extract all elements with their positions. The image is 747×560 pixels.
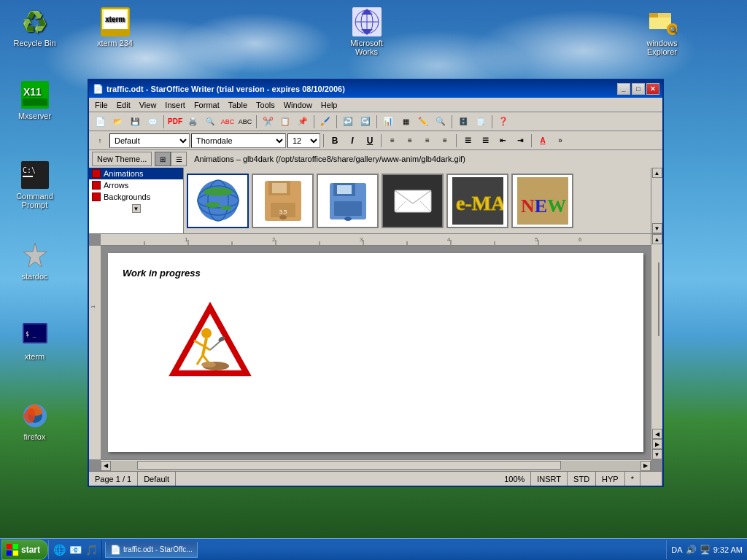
gallery-scroll-down[interactable]: ▼ bbox=[652, 223, 662, 233]
desktop-icon-xterm234[interactable]: xterm xterm 234 bbox=[88, 7, 142, 47]
ql-email-icon[interactable]: 📧 bbox=[68, 542, 82, 557]
style-selector[interactable]: Default bbox=[109, 133, 190, 148]
tb-save[interactable]: 💾 bbox=[127, 114, 143, 129]
desktop-icon-stardoc[interactable]: stardoc bbox=[7, 241, 62, 281]
svg-rect-75 bbox=[89, 246, 101, 459]
gallery-sidebar[interactable]: Animations Arrows Backgrounds ▼ bbox=[89, 168, 184, 233]
scroll-left-button[interactable]: ◀ bbox=[101, 461, 111, 471]
gallery-cat-arrows[interactable]: Arrows bbox=[89, 179, 183, 191]
tb-open[interactable]: 📂 bbox=[109, 114, 125, 129]
gallery-item-floppy2[interactable] bbox=[317, 174, 379, 228]
scroll-h-track[interactable] bbox=[111, 461, 640, 471]
gallery-cat-backgrounds[interactable]: Backgrounds bbox=[89, 191, 183, 203]
gallery-item-floppy1[interactable]: 3.5 bbox=[252, 174, 314, 228]
menu-view[interactable]: View bbox=[135, 99, 161, 111]
align-left[interactable]: ≡ bbox=[384, 133, 400, 148]
indent-less[interactable]: ⇤ bbox=[495, 133, 511, 148]
menu-format[interactable]: Format bbox=[190, 99, 224, 111]
tb-redo[interactable]: ↪️ bbox=[357, 114, 374, 129]
gallery-item-new[interactable]: NEW bbox=[511, 174, 573, 228]
prev-page-button[interactable]: ◀ bbox=[652, 429, 662, 439]
desktop-icon-msworks[interactable]: Microsoft Works bbox=[339, 7, 394, 56]
tb-cut[interactable]: ✂️ bbox=[260, 114, 276, 129]
menu-tools[interactable]: Tools bbox=[252, 99, 279, 111]
menu-help[interactable]: Help bbox=[317, 99, 342, 111]
status-zoom[interactable]: 100% bbox=[498, 472, 531, 486]
underline-button[interactable]: U bbox=[362, 133, 378, 148]
align-center[interactable]: ≡ bbox=[402, 133, 418, 148]
scroll-right-button[interactable]: ▶ bbox=[640, 461, 651, 471]
tb-pdf[interactable]: PDF bbox=[167, 114, 183, 129]
indent-more[interactable]: ⇥ bbox=[512, 133, 528, 148]
menu-file[interactable]: File bbox=[90, 99, 112, 111]
ql-ie-icon[interactable]: 🌐 bbox=[52, 542, 66, 557]
desktop-icon-command-prompt[interactable]: C:\ Command Prompt bbox=[7, 160, 62, 209]
gallery-item-emax[interactable]: e-MAX bbox=[446, 174, 508, 228]
status-mode-std[interactable]: STD bbox=[568, 472, 596, 486]
menu-window[interactable]: Window bbox=[279, 99, 317, 111]
maximize-button[interactable]: □ bbox=[632, 83, 645, 95]
tb-print[interactable]: 🖨️ bbox=[185, 114, 201, 129]
tb-undo[interactable]: ↩️ bbox=[340, 114, 356, 129]
tb-chart[interactable]: 📊 bbox=[380, 114, 396, 129]
font-color[interactable]: A bbox=[535, 133, 551, 148]
tb-email[interactable]: ✉️ bbox=[144, 114, 160, 129]
tb-table[interactable]: ▦ bbox=[398, 114, 414, 129]
menu-edit[interactable]: Edit bbox=[112, 99, 135, 111]
desktop-icon-xterm[interactable]: $ _ xterm bbox=[7, 321, 62, 361]
scroll-down-button[interactable]: ▼ bbox=[652, 449, 662, 459]
gallery-list-view[interactable]: ☰ bbox=[171, 152, 187, 166]
tb-format-paint[interactable]: 🖌️ bbox=[317, 114, 333, 129]
tb-style-arrow[interactable]: ↑ bbox=[92, 133, 108, 148]
status-mode-hyp[interactable]: HYP bbox=[596, 472, 625, 486]
taskbar-app-writer[interactable]: 📄 traffic.odt - StarOffc... bbox=[105, 542, 198, 558]
tb-new[interactable]: 📄 bbox=[92, 114, 108, 129]
gallery-item-mail[interactable] bbox=[382, 174, 444, 228]
scrollbar-horizontal[interactable]: ◀ ▶ bbox=[101, 459, 651, 471]
desktop-icon-windows-explorer[interactable]: 🔍 windows Explorer bbox=[635, 7, 689, 56]
scroll-v-thumb[interactable] bbox=[658, 262, 659, 336]
desktop-icon-recycle-bin[interactable]: ♻️ Recycle Bin bbox=[7, 7, 62, 47]
tb-preview[interactable]: 🔍 bbox=[202, 114, 218, 129]
scrollbar-vertical[interactable]: ▲ ◀ ▶ ▼ bbox=[651, 234, 662, 459]
next-page-button[interactable]: ▶ bbox=[652, 439, 662, 449]
gallery-cat-animations[interactable]: Animations bbox=[89, 168, 183, 179]
numbering[interactable]: ☰ bbox=[477, 133, 493, 148]
status-mode-insrt[interactable]: INSRT bbox=[531, 472, 568, 486]
tb-spellcheck2[interactable]: ABC bbox=[237, 114, 253, 129]
titlebar[interactable]: 📄 traffic.odt - StarOffice Writer (trial… bbox=[89, 80, 662, 98]
align-right[interactable]: ≡ bbox=[419, 133, 436, 148]
font-selector[interactable]: Thorndale bbox=[191, 133, 286, 148]
desktop-icon-firefox[interactable]: firefox bbox=[7, 401, 62, 441]
close-button[interactable]: ✕ bbox=[646, 83, 659, 95]
bold-button[interactable]: B bbox=[327, 133, 343, 148]
ql-media-icon[interactable]: 🎵 bbox=[84, 542, 98, 557]
status-mode-star[interactable]: * bbox=[625, 472, 640, 486]
gallery-sidebar-scroll[interactable]: ▼ bbox=[132, 204, 141, 213]
gallery-scrollbar[interactable]: ▲ ▼ bbox=[651, 168, 662, 233]
gallery-icon-view[interactable]: ⊞ bbox=[155, 152, 171, 166]
tb-datasources[interactable]: 🗄️ bbox=[455, 114, 471, 129]
start-button[interactable]: start bbox=[1, 540, 48, 560]
new-theme-button[interactable]: New Theme... bbox=[92, 152, 152, 166]
minimize-button[interactable]: _ bbox=[617, 83, 630, 95]
align-justify[interactable]: ≡ bbox=[437, 133, 453, 148]
bullets[interactable]: ☰ bbox=[460, 133, 476, 148]
scroll-h-thumb[interactable] bbox=[137, 461, 561, 470]
tb-paste[interactable]: 📌 bbox=[295, 114, 311, 129]
menu-table[interactable]: Table bbox=[224, 99, 252, 111]
desktop-icon-mxserver[interactable]: X11 Mxserver bbox=[7, 80, 62, 120]
scroll-up-button[interactable]: ▲ bbox=[652, 234, 662, 244]
tb-copy[interactable]: 📋 bbox=[277, 114, 293, 129]
fmt-more[interactable]: » bbox=[552, 133, 568, 148]
tb-fields[interactable]: 🗒️ bbox=[473, 114, 489, 129]
gallery-item-globe[interactable] bbox=[187, 174, 249, 228]
tb-draw[interactable]: ✏️ bbox=[415, 114, 431, 129]
tb-help[interactable]: ❓ bbox=[495, 114, 511, 129]
tb-spellcheck[interactable]: ABC bbox=[220, 114, 236, 129]
menu-insert[interactable]: Insert bbox=[160, 99, 190, 111]
italic-button[interactable]: I bbox=[344, 133, 360, 148]
gallery-scroll-up[interactable]: ▲ bbox=[652, 168, 662, 178]
size-selector[interactable]: 12 bbox=[287, 133, 320, 148]
tb-find[interactable]: 🔍 bbox=[433, 114, 449, 129]
